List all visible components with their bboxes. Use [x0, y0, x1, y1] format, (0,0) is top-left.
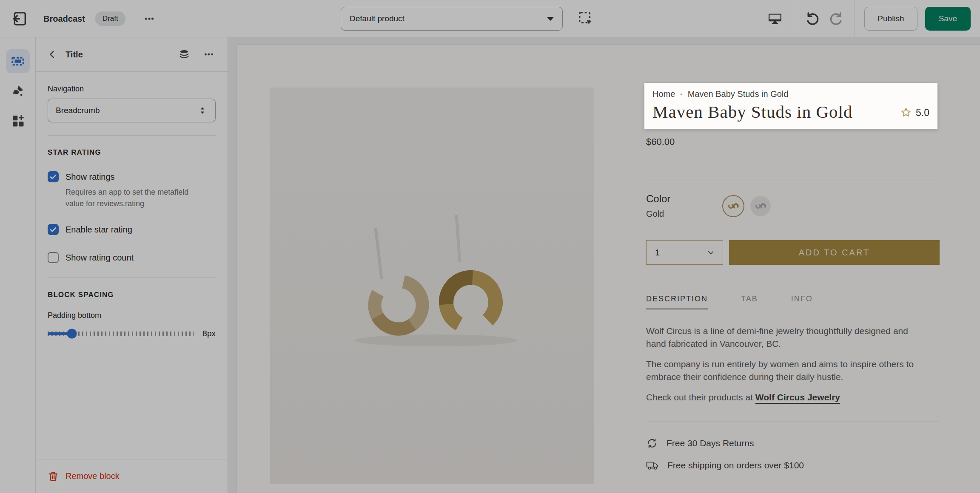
paintbrush-icon — [11, 84, 25, 98]
select-updown-icon — [197, 105, 208, 116]
kebab-icon — [203, 49, 214, 60]
link-prefix: Check out their products at — [646, 392, 755, 402]
breadcrumb-home-link[interactable]: Home — [652, 89, 675, 99]
exit-editor-button[interactable] — [10, 9, 29, 28]
remove-block-button[interactable]: Remove block — [48, 471, 120, 482]
trash-icon — [48, 471, 59, 482]
show-ratings-label: Show ratings — [66, 172, 115, 182]
truck-icon — [646, 460, 659, 470]
rail-theme-settings-tab[interactable] — [6, 79, 30, 103]
navigation-setting: Navigation Breadcrumb — [36, 85, 228, 122]
enable-star-rating-checkbox[interactable] — [48, 224, 59, 235]
star-icon — [900, 107, 912, 119]
perk-text: Free shipping on orders over $100 — [667, 460, 804, 470]
stack-icon — [178, 48, 190, 60]
enable-star-rating-label: Enable star rating — [66, 225, 132, 235]
undo-icon — [804, 11, 820, 26]
preview-canvas: Home • Maven Baby Studs in Gold Maven Ba… — [228, 37, 980, 493]
navigation-label: Navigation — [48, 85, 216, 94]
status-badge: Draft — [95, 11, 125, 26]
show-ratings-row: Show ratings — [48, 171, 216, 182]
enable-star-rating-row: Enable star rating — [48, 224, 216, 235]
add-to-cart-button[interactable]: ADD TO CART — [729, 240, 940, 265]
redo-button[interactable] — [828, 10, 845, 27]
rail-apps-tab[interactable] — [6, 109, 30, 133]
tab-description[interactable]: DESCRIPTION — [646, 295, 708, 309]
perk-shipping: Free shipping on orders over $100 — [646, 460, 940, 470]
desktop-icon — [767, 11, 783, 27]
show-rating-count-checkbox[interactable] — [48, 252, 59, 263]
back-button[interactable] — [46, 48, 59, 61]
padding-bottom-label: Padding bottom — [48, 311, 216, 320]
swatch-gold[interactable] — [722, 195, 744, 217]
navigation-select-value: Breadcrumb — [56, 106, 100, 115]
exit-icon — [11, 10, 28, 27]
product-description: Wolf Circus is a line of demi-fine jewel… — [646, 325, 922, 404]
undo-button[interactable] — [803, 10, 820, 27]
show-ratings-checkbox[interactable] — [48, 171, 59, 182]
theme-options-button[interactable] — [142, 11, 157, 26]
color-option-row: Color Gold — [646, 193, 940, 219]
product-rating: 5.0 — [900, 107, 929, 119]
redo-icon — [829, 11, 844, 26]
publish-button[interactable]: Publish — [864, 7, 917, 31]
silver-swatch-thumb — [755, 203, 766, 210]
chevron-down-icon — [707, 248, 715, 257]
padding-bottom-slider[interactable] — [48, 329, 194, 339]
tab-info[interactable]: INFO — [791, 295, 813, 309]
description-paragraph: The company is run entirely by women and… — [646, 358, 922, 383]
buy-row: 1 ADD TO CART — [646, 240, 940, 265]
block-settings-panel: Title — [36, 37, 228, 493]
dynamic-source-button[interactable] — [177, 48, 191, 61]
breadcrumb-separator: • — [680, 91, 682, 98]
topbar: Broadcast Draft Default product — [0, 0, 980, 37]
tab-tab[interactable]: TAB — [741, 295, 758, 309]
block-options-button[interactable] — [202, 48, 216, 61]
product-info-column: $60.00 Color Gold — [646, 130, 940, 470]
product-image[interactable] — [270, 88, 594, 484]
star-rating-section: STAR RATING Show ratings Requires an app… — [36, 148, 228, 263]
wolf-circus-link[interactable]: Wolf Circus Jewelry — [755, 392, 840, 402]
panel-header: Title — [36, 37, 228, 72]
page-selector[interactable]: Default product — [341, 7, 563, 31]
rail-sections-tab[interactable] — [6, 49, 30, 73]
rating-value: 5.0 — [916, 107, 929, 119]
panel-footer: Remove block — [36, 459, 228, 493]
gold-earrings-photo — [270, 88, 594, 484]
editor-rail — [0, 37, 36, 493]
device-preview-button[interactable] — [766, 9, 784, 28]
show-rating-count-label: Show rating count — [66, 253, 134, 263]
panel-title: Title — [66, 50, 83, 60]
divider — [646, 179, 940, 179]
quantity-select[interactable]: 1 — [646, 240, 723, 265]
perk-text: Free 30 Days Returns — [667, 438, 754, 448]
divider — [646, 422, 940, 422]
description-paragraph: Wolf Circus is a line of demi-fine jewel… — [646, 325, 922, 350]
show-rating-count-row: Show rating count — [48, 252, 216, 263]
kebab-icon — [144, 13, 155, 24]
chevron-left-icon — [47, 49, 57, 60]
save-button[interactable]: Save — [925, 7, 971, 31]
sections-icon — [10, 54, 26, 69]
swatch-silver[interactable] — [750, 196, 771, 216]
show-ratings-helper: Requires an app to set the metafield val… — [66, 187, 195, 210]
color-option-label: Color — [646, 193, 670, 205]
slider-thumb[interactable] — [67, 329, 77, 339]
block-spacing-section: BLOCK SPACING Padding bottom 8px — [36, 291, 228, 339]
page-selector-value: Default product — [350, 14, 405, 23]
title-block[interactable]: Home • Maven Baby Studs in Gold Maven Ba… — [644, 83, 937, 129]
color-option-value: Gold — [646, 209, 670, 219]
quantity-value: 1 — [655, 248, 660, 258]
marquee-select-icon — [578, 11, 594, 27]
inspect-element-button[interactable] — [576, 9, 595, 28]
padding-bottom-value: 8px — [194, 329, 216, 338]
apps-icon — [11, 113, 25, 128]
gold-swatch-thumb — [728, 203, 739, 210]
padding-bottom-slider-row: 8px — [48, 329, 216, 339]
product-title: Maven Baby Studs in Gold — [652, 102, 852, 122]
chevron-down-icon — [547, 17, 554, 21]
divider — [855, 0, 855, 37]
storefront-preview: Home • Maven Baby Studs in Gold Maven Ba… — [237, 45, 980, 493]
divider — [48, 278, 216, 278]
navigation-select[interactable]: Breadcrumb — [48, 99, 216, 122]
